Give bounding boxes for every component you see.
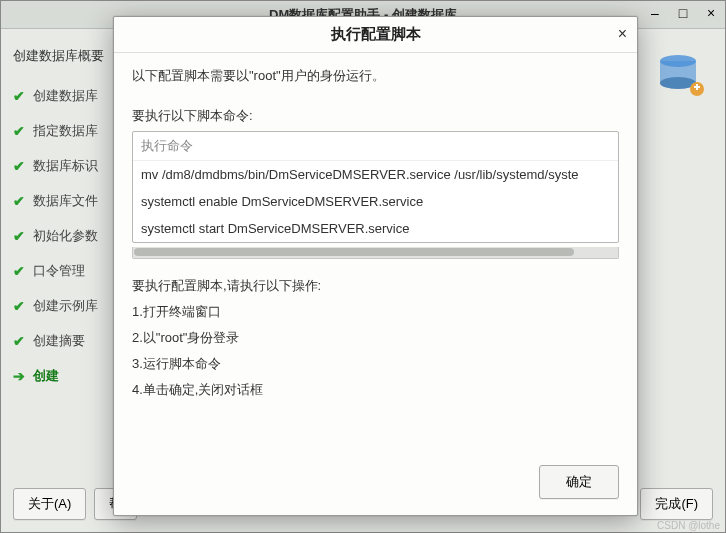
horizontal-scrollbar[interactable] [132, 247, 619, 259]
instruction-item: 1.打开终端窗口 [132, 303, 619, 321]
check-icon: ✔ [13, 158, 27, 174]
scrollbar-thumb[interactable] [134, 248, 574, 256]
step-label: 数据库标识 [33, 157, 98, 175]
step-label: 数据库文件 [33, 192, 98, 210]
close-button[interactable]: × [701, 3, 721, 23]
command-line[interactable]: systemctl start DmServiceDMSERVER.servic… [133, 215, 618, 242]
command-line[interactable]: mv /dm8/dmdbms/bin/DmServiceDMSERVER.ser… [133, 161, 618, 188]
intro-text: 以下配置脚本需要以"root"用户的身份运行。 [132, 67, 619, 85]
dialog-titlebar: 执行配置脚本 × [114, 17, 637, 53]
instructions-list: 1.打开终端窗口 2.以"root"身份登录 3.运行脚本命令 4.单击确定,关… [132, 303, 619, 399]
dialog-body: 以下配置脚本需要以"root"用户的身份运行。 要执行以下脚本命令: 执行命令 … [114, 53, 637, 455]
check-icon: ✔ [13, 263, 27, 279]
check-icon: ✔ [13, 228, 27, 244]
dialog-title: 执行配置脚本 [331, 25, 421, 44]
watermark: CSDN @lothe [657, 520, 720, 531]
minimize-button[interactable]: – [645, 3, 665, 23]
database-icon [643, 39, 713, 109]
commands-header: 执行命令 [133, 132, 618, 161]
step-label: 创建数据库 [33, 87, 98, 105]
instruction-item: 4.单击确定,关闭对话框 [132, 381, 619, 399]
command-line[interactable]: systemctl enable DmServiceDMSERVER.servi… [133, 188, 618, 215]
instructions-label: 要执行配置脚本,请执行以下操作: [132, 277, 619, 295]
commands-box: 执行命令 mv /dm8/dmdbms/bin/DmServiceDMSERVE… [132, 131, 619, 243]
step-label: 创建示例库 [33, 297, 98, 315]
step-label: 口令管理 [33, 262, 85, 280]
step-label: 创建 [33, 367, 59, 385]
check-icon: ✔ [13, 193, 27, 209]
step-label: 创建摘要 [33, 332, 85, 350]
check-icon: ✔ [13, 123, 27, 139]
check-icon: ✔ [13, 333, 27, 349]
window-controls: – □ × [645, 3, 721, 23]
ok-button[interactable]: 确定 [539, 465, 619, 499]
close-icon[interactable]: × [618, 25, 627, 43]
arrow-right-icon: ➔ [13, 368, 27, 384]
config-script-dialog: 执行配置脚本 × 以下配置脚本需要以"root"用户的身份运行。 要执行以下脚本… [113, 16, 638, 516]
svg-rect-4 [696, 84, 698, 90]
maximize-button[interactable]: □ [673, 3, 693, 23]
dialog-footer: 确定 [114, 455, 637, 515]
instruction-item: 2.以"root"身份登录 [132, 329, 619, 347]
finish-button[interactable]: 完成(F) [640, 488, 713, 520]
step-label: 指定数据库 [33, 122, 98, 140]
check-icon: ✔ [13, 88, 27, 104]
step-label: 初始化参数 [33, 227, 98, 245]
check-icon: ✔ [13, 298, 27, 314]
commands-label: 要执行以下脚本命令: [132, 107, 619, 125]
about-button[interactable]: 关于(A) [13, 488, 86, 520]
instruction-item: 3.运行脚本命令 [132, 355, 619, 373]
